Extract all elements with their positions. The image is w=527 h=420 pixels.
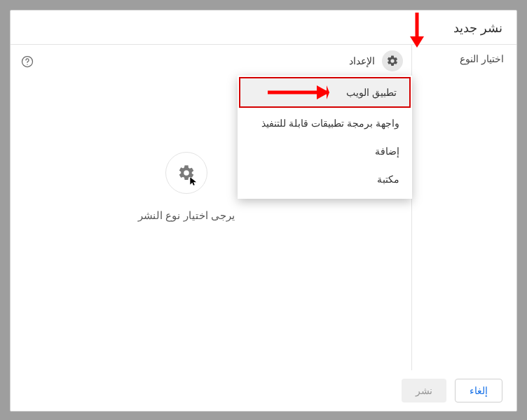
dropdown-item-web-app[interactable]: تطبيق الويب: [239, 77, 411, 108]
cancel-button[interactable]: إلغاء: [455, 379, 502, 402]
help-icon: [20, 55, 34, 69]
select-type-label: اختيار النوع: [425, 53, 504, 64]
type-selector-gear-button[interactable]: [382, 50, 403, 71]
cursor-icon: [189, 176, 198, 186]
empty-state-text: يرجى اختيار نوع النشر: [138, 209, 235, 222]
config-label: الإعداد: [349, 55, 375, 66]
dropdown-item-executable-api[interactable]: واجهة برمجة تطبيقات قابلة للتنفيذ: [238, 109, 412, 137]
empty-state-icon-circle: [165, 152, 207, 194]
svg-point-1: [27, 64, 27, 65]
dialog-header: نشر جديد: [11, 10, 516, 45]
new-deployment-dialog: نشر جديد اختيار النوع الإعداد: [10, 10, 517, 412]
dialog-title: نشر جديد: [25, 20, 502, 36]
help-button[interactable]: [20, 55, 34, 69]
main-area: الإعداد تطبيق الويب واجهة برمجة تطبيقات …: [11, 45, 411, 370]
type-dropdown-menu: تطبيق الويب واجهة برمجة تطبيقات قابلة لل…: [238, 76, 412, 199]
publish-button[interactable]: نشر: [402, 379, 446, 402]
dropdown-item-library[interactable]: مكتبة: [238, 165, 412, 193]
toolbar: الإعداد: [11, 45, 411, 77]
dialog-footer: نشر إلغاء: [11, 370, 516, 411]
dropdown-item-addon[interactable]: إضافة: [238, 137, 412, 165]
gear-icon: [386, 55, 399, 67]
dialog-body: اختيار النوع الإعداد تطبيق الوي: [11, 45, 516, 370]
sidebar: اختيار النوع: [411, 45, 516, 370]
